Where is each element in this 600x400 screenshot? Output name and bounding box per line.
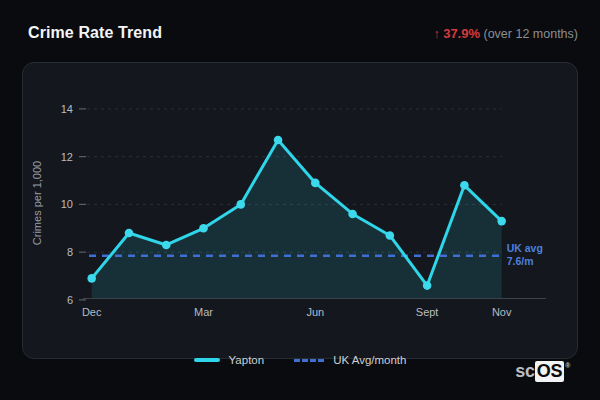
data-point (348, 210, 357, 219)
uk-avg-line-swatch (294, 359, 324, 362)
data-point (274, 136, 283, 145)
data-point (386, 231, 395, 240)
page-title: Crime Rate Trend (28, 24, 162, 42)
data-point (199, 224, 208, 233)
data-point (87, 274, 96, 283)
data-point (236, 200, 245, 209)
uk-avg-label: UK avg (507, 242, 543, 254)
trend-caption: (over 12 months) (480, 27, 578, 41)
x-tick-label: Sept (416, 306, 439, 318)
data-point (162, 241, 171, 250)
x-tick-label: Nov (492, 306, 512, 318)
y-axis-title: Crimes per 1,000 (31, 161, 43, 245)
y-tick-label: 6 (67, 294, 73, 306)
chart-card: 68101214UK avg7.6/mDecMarJunSeptNovCrime… (22, 62, 578, 359)
header: Crime Rate Trend ↑ 37.9% (over 12 months… (28, 24, 578, 42)
x-tick-label: Dec (82, 306, 102, 318)
legend-item-uk-avg[interactable]: UK Avg/month (294, 354, 406, 366)
logo-suffix: OS (535, 361, 564, 382)
trend-value: 37.9% (443, 26, 480, 41)
scos-logo: scOS® (515, 361, 569, 382)
y-tick-label: 10 (61, 198, 73, 210)
uk-avg-label: 7.6/m (507, 255, 534, 267)
data-point (423, 281, 432, 290)
registered-mark-icon: ® (565, 362, 570, 369)
data-point (125, 229, 134, 238)
logo-prefix: sc (515, 361, 534, 381)
legend-label: UK Avg/month (333, 354, 406, 366)
y-tick-label: 12 (61, 151, 73, 163)
data-point (497, 217, 506, 226)
data-point (311, 179, 320, 188)
trend-stat: ↑ 37.9% (over 12 months) (433, 26, 578, 41)
up-arrow-icon: ↑ (433, 27, 439, 41)
trend-chart: 68101214UK avg7.6/mDecMarJunSeptNovCrime… (23, 63, 579, 360)
y-tick-label: 14 (61, 103, 73, 115)
chart-legend: Yapton UK Avg/month (0, 351, 600, 369)
yapton-line-swatch (194, 358, 220, 362)
x-tick-label: Mar (194, 306, 213, 318)
x-tick-label: Jun (306, 306, 324, 318)
legend-label: Yapton (229, 354, 265, 366)
y-tick-label: 8 (67, 246, 73, 258)
data-point (460, 181, 469, 190)
legend-item-yapton[interactable]: Yapton (194, 354, 265, 366)
